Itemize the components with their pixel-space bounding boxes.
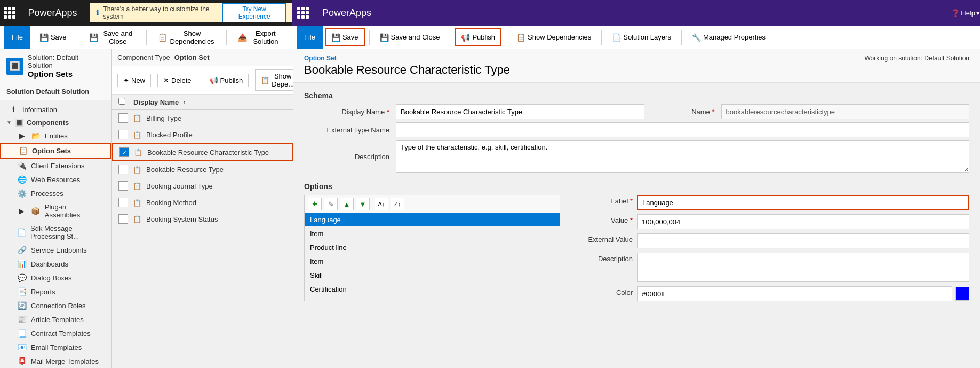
save-button-left[interactable]: 💾 Save — [34, 28, 73, 46]
sort-za-button[interactable]: Z↑ — [391, 198, 404, 210]
color-swatch[interactable] — [955, 287, 969, 301]
sidebar-item-service-endpoints[interactable]: 🔗 Service Endpoints — [0, 243, 111, 257]
sidebar-item-information[interactable]: ℹ Information — [0, 103, 111, 116]
show-deps-list-button[interactable]: 📋 Show Depe... — [255, 69, 293, 91]
option-item-skill[interactable]: Skill — [305, 269, 560, 283]
sidebar-item-dialog-boxes[interactable]: 💬 Dialog Boxes — [0, 271, 111, 285]
waffle-menu-left[interactable] — [0, 0, 19, 26]
new-icon: ✦ — [123, 76, 129, 84]
email-icon: 📧 — [17, 343, 27, 351]
delete-button[interactable]: ✕ Delete — [157, 74, 197, 87]
schema-section: Schema Display Name * Name * External Ty… — [304, 91, 969, 176]
list-item[interactable]: 📋 Booking Journal Type — [112, 178, 293, 194]
list-item[interactable]: 📋 Billing Type — [112, 110, 293, 127]
value-prop-input[interactable] — [637, 214, 969, 229]
ext-type-input[interactable] — [396, 122, 969, 137]
move-up-button[interactable]: ▲ — [340, 198, 354, 210]
waffle-menu-right[interactable] — [292, 0, 314, 26]
row-checkbox-bookable-type[interactable] — [118, 165, 128, 174]
sort-az-button[interactable]: A↓ — [375, 198, 388, 210]
ext-value-prop-input[interactable] — [637, 233, 969, 248]
color-prop-input[interactable] — [637, 286, 952, 301]
managed-props-button[interactable]: 🔧 Managed Properties — [686, 28, 771, 46]
sidebar-item-reports[interactable]: 📑 Reports — [0, 285, 111, 299]
save-close-button-left[interactable]: 💾 Save and Close — [83, 28, 141, 46]
sidebar-item-client-extensions[interactable]: 🔌 Client Extensions — [0, 159, 111, 173]
sidebar-item-email-templates[interactable]: 📧 Email Templates — [0, 340, 111, 354]
try-new-banner: ℹ There's a better way to customize the … — [90, 3, 292, 22]
dialog-icon: 💬 — [17, 273, 27, 282]
solution-header: 🔳 Solution: Default Solution Option Sets — [0, 49, 111, 83]
save-button-right[interactable]: 💾 Save — [325, 28, 365, 46]
list-item[interactable]: 📋 Bookable Resource Type — [112, 161, 293, 178]
list-item[interactable]: 📋 Blocked Profile — [112, 127, 293, 143]
try-new-button[interactable]: Try New Experience — [222, 3, 286, 22]
web-res-icon: 🌐 — [17, 175, 27, 184]
option-item-item1[interactable]: Item — [305, 227, 560, 241]
list-item[interactable]: ✓ 📋 Bookable Resource Characteristic Typ… — [112, 143, 293, 161]
list-item[interactable]: 📋 Booking Method — [112, 194, 293, 211]
save-close-button-right[interactable]: 💾 Save and Close — [374, 28, 446, 46]
rsep4 — [601, 30, 602, 45]
sidebar-item-contract-templates[interactable]: 📃 Contract Templates — [0, 326, 111, 340]
sidebar-item-article-templates[interactable]: 📰 Article Templates — [0, 312, 111, 326]
file-button-right[interactable]: File — [297, 26, 323, 49]
display-name-label: Display Name * — [304, 108, 389, 116]
edit-option-button[interactable]: ✎ — [324, 198, 338, 210]
new-button[interactable]: ✦ New — [117, 74, 151, 87]
opt-sep1 — [372, 199, 372, 209]
show-deps-button-right[interactable]: 📋 Show Dependencies — [511, 28, 597, 46]
label-prop-input[interactable] — [637, 195, 969, 210]
ribbon-row: File 💾 Save 💾 Save and Close 📋 Show Depe… — [0, 26, 980, 49]
row-checkbox-booking-method[interactable] — [118, 198, 128, 207]
show-deps-icon-right: 📋 — [516, 33, 525, 42]
save-icon-left: 💾 — [39, 33, 49, 42]
ribbon-left: File 💾 Save 💾 Save and Close 📋 Show Depe… — [0, 26, 292, 49]
name-input[interactable] — [721, 104, 970, 119]
sidebar-item-entities[interactable]: ▶ 📂 Entities — [0, 129, 111, 143]
row-icon-booking-method: 📋 — [132, 199, 142, 207]
row-icon-blocked: 📋 — [132, 131, 142, 139]
items-table: Display Name ↑ 📋 Billing Type 📋 Blocked … — [112, 95, 293, 368]
option-item-product-line[interactable]: Product line — [305, 241, 560, 255]
sidebar-item-processes[interactable]: ⚙️ Processes — [0, 186, 111, 200]
sidebar-item-components[interactable]: ▼ 🔳 Components — [0, 116, 111, 129]
row-checkbox-bookable-char[interactable]: ✓ — [119, 147, 129, 157]
publish-button-right[interactable]: 📢 Publish — [455, 28, 501, 46]
sidebar-item-dashboards[interactable]: 📊 Dashboards — [0, 257, 111, 271]
row-checkbox-blocked[interactable] — [118, 130, 128, 139]
list-item[interactable]: 📋 Booking System Status — [112, 211, 293, 228]
option-item-certification[interactable]: Certification — [305, 283, 560, 296]
solution-layers-button[interactable]: 📄 Solution Layers — [606, 28, 677, 46]
select-all-checkbox[interactable] — [118, 98, 125, 105]
row-icon-bookable-char: 📋 — [133, 148, 143, 156]
sort-arrow[interactable]: ↑ — [183, 99, 186, 105]
option-set-breadcrumb: Option Set — [304, 54, 510, 62]
display-name-required: * — [387, 108, 389, 116]
show-deps-button-left[interactable]: 📋 Show Dependencies — [152, 28, 221, 46]
option-item-item2[interactable]: Item — [305, 255, 560, 269]
sidebar-item-sdk-message[interactable]: 📄 Sdk Message Processing St... — [0, 222, 111, 243]
ext-type-label: External Type Name — [304, 126, 389, 134]
row-checkbox-booking-status[interactable] — [118, 214, 128, 224]
row-checkbox-billing[interactable] — [118, 113, 128, 123]
export-solution-button[interactable]: 📤 Export Solution — [232, 28, 288, 46]
try-new-info-text: There's a better way to customize the sy… — [103, 5, 218, 20]
sidebar-item-web-resources[interactable]: 🌐 Web Resources — [0, 173, 111, 186]
description-schema-input[interactable]: Type of the characteristic, e.g. skill, … — [396, 140, 969, 173]
sidebar-item-option-sets[interactable]: 📋 Option Sets — [0, 143, 111, 159]
help-link[interactable]: ❓ Help ▾ — [951, 9, 980, 17]
rsep5 — [681, 30, 682, 45]
sidebar-item-plugin-assemblies[interactable]: ▶ 📦 Plug-in Assemblies — [0, 200, 111, 222]
sidebar-item-connection-roles[interactable]: 🔄 Connection Roles — [0, 299, 111, 312]
publish-list-button[interactable]: 📢 Publish — [204, 74, 249, 87]
move-down-button[interactable]: ▼ — [356, 198, 370, 210]
desc-prop-input[interactable] — [637, 253, 969, 282]
add-option-button[interactable]: + — [308, 198, 322, 210]
option-item-language[interactable]: Language — [305, 213, 560, 227]
display-name-input[interactable] — [396, 104, 644, 119]
sidebar-item-mail-merge[interactable]: 📮 Mail Merge Templates — [0, 354, 111, 368]
row-checkbox-booking-journal[interactable] — [118, 181, 128, 191]
managed-props-icon: 🔧 — [692, 33, 701, 42]
file-button-left[interactable]: File — [4, 26, 30, 49]
